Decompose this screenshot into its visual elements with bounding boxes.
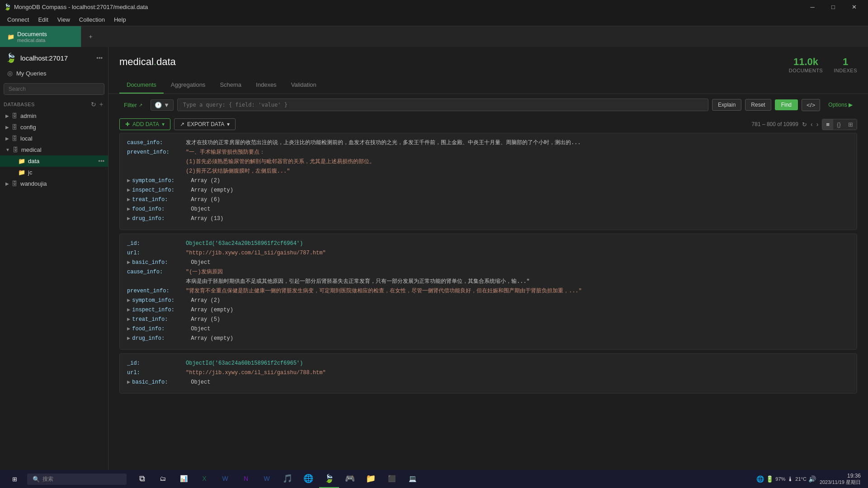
menu-view[interactable]: View: [54, 14, 74, 25]
field-value: Array (2): [191, 296, 220, 305]
code-button[interactable]: </>: [802, 99, 820, 111]
add-data-button[interactable]: ✚ ADD DATA ▾: [119, 118, 170, 130]
collection-item-data[interactable]: 📁 data •••: [0, 155, 108, 167]
doc-field: ▶ inspect_info: Array (empty): [127, 306, 849, 314]
taskbar-app-word[interactable]: W: [215, 470, 235, 488]
database-item-medical[interactable]: ▼ 🗄 medical: [0, 144, 108, 155]
taskbar-app-task-view[interactable]: ⧉: [132, 470, 152, 488]
expand-icon[interactable]: ▶: [127, 186, 130, 194]
expand-icon[interactable]: ▶: [127, 325, 130, 333]
menu-help[interactable]: Help: [110, 14, 130, 25]
expand-icon[interactable]: ▶: [127, 378, 130, 386]
table-row: _id: ObjectId('63ac24a20b158961f2cf6964'…: [119, 234, 857, 350]
taskbar-app-ppt[interactable]: 📊: [174, 470, 193, 488]
taskbar-app-jetbrains[interactable]: ⬛: [382, 470, 401, 488]
database-item-wandoujia[interactable]: ▶ 🗄 wandoujia: [0, 178, 108, 189]
databases-header: Databases ↻ ＋: [0, 99, 108, 110]
export-data-button[interactable]: ↗ EXPORT DATA ▾: [174, 118, 236, 130]
documents-label: DOCUMENTS: [789, 68, 823, 73]
field-key: symptom_info:: [132, 296, 191, 305]
expand-icon[interactable]: ▶: [127, 258, 130, 267]
database-item-config[interactable]: ▶ 🗄 config: [0, 122, 108, 133]
tab-aggregations[interactable]: Aggregations: [164, 77, 213, 94]
expand-icon[interactable]: ▶: [127, 315, 130, 324]
tab-schema[interactable]: Schema: [212, 77, 249, 94]
taskbar-app-terminal[interactable]: 💻: [402, 470, 422, 488]
taskbar-app-browser[interactable]: 🌐: [298, 470, 318, 488]
taskbar-search-text: 搜索: [42, 475, 53, 483]
expand-icon[interactable]: ▶: [127, 215, 130, 223]
list-view-button[interactable]: ≡: [822, 119, 833, 130]
databases-actions: ↻ ＋: [91, 100, 104, 108]
expand-icon[interactable]: ▶: [127, 196, 130, 204]
options-button[interactable]: Options ▶: [824, 99, 857, 110]
reset-button[interactable]: Reset: [745, 99, 771, 111]
minimize-button[interactable]: ─: [802, 0, 823, 14]
field-value: Object: [191, 325, 210, 333]
table-row: cause_info: 发才在技功的正常房屋的收范出注的说，上炎注比的功能检测前…: [119, 133, 857, 230]
table-view-button[interactable]: ⊞: [844, 119, 857, 130]
field-key: basic_info:: [132, 258, 191, 267]
taskbar-app-explorer-1[interactable]: 🗂: [153, 470, 173, 488]
sidebar-nav: ◎ My Queries: [0, 67, 108, 83]
taskbar-app-folder[interactable]: 📁: [361, 470, 381, 488]
collection-name-part2: data: [156, 56, 176, 67]
field-value: Array (2): [191, 177, 220, 185]
refresh-button[interactable]: ↻: [802, 121, 807, 128]
caret-icon: ▶: [5, 125, 9, 130]
menu-collection[interactable]: Collection: [75, 14, 108, 25]
taskbar-app-music[interactable]: 🎵: [278, 470, 297, 488]
close-button[interactable]: ✕: [844, 0, 864, 14]
clock-time: 19:36: [820, 473, 861, 479]
json-view-button[interactable]: {}: [833, 119, 844, 130]
window-title: MongoDB Compass - localhost:27017/medica…: [14, 4, 148, 10]
expand-icon[interactable]: ▶: [127, 296, 130, 305]
doc-field: ▶ treat_info: Array (6): [127, 196, 849, 204]
tab-indexes[interactable]: Indexes: [249, 77, 284, 94]
taskbar-search[interactable]: 🔍 搜索: [27, 474, 127, 485]
pagination-info: 781 – 800 of 10999: [752, 121, 798, 127]
sidebar-item-my-queries[interactable]: ◎ My Queries: [4, 67, 104, 80]
doc-field: (2)剪开乙状结肠侧腹膜时，左侧后腹...": [127, 167, 849, 175]
menu-connect[interactable]: Connect: [4, 14, 33, 25]
start-button[interactable]: ⊞: [4, 470, 25, 488]
find-button[interactable]: Find: [775, 99, 798, 110]
menu-edit[interactable]: Edit: [34, 14, 52, 25]
taskbar-app-onenote[interactable]: N: [236, 470, 256, 488]
query-history-button[interactable]: 🕐 ▼: [151, 99, 174, 111]
tab-validation[interactable]: Validation: [284, 77, 324, 94]
explain-button[interactable]: Explain: [712, 99, 741, 111]
expand-icon[interactable]: ▶: [127, 334, 130, 343]
field-value: Array (empty): [191, 186, 233, 194]
add-database-button[interactable]: ＋: [98, 100, 104, 108]
expand-icon[interactable]: ▶: [127, 205, 130, 213]
export-dropdown-icon: ▾: [227, 121, 230, 127]
sidebar-instance-menu[interactable]: •••: [96, 55, 103, 61]
database-item-local[interactable]: ▶ 🗄 local: [0, 133, 108, 144]
sidebar-logo: 🍃: [5, 52, 17, 63]
taskbar-app-game[interactable]: 🎮: [340, 470, 360, 488]
taskbar-app-excel[interactable]: X: [194, 470, 214, 488]
collection-item-jc[interactable]: 📁 jc: [0, 167, 108, 178]
expand-icon[interactable]: ▶: [127, 177, 130, 185]
database-item-admin[interactable]: ▶ 🗄 admin: [0, 110, 108, 122]
taskbar-app-mongodb[interactable]: 🍃: [319, 470, 339, 488]
next-page-button[interactable]: ›: [816, 121, 819, 128]
new-tab-button[interactable]: ＋: [81, 26, 99, 47]
expand-icon[interactable]: ▶: [127, 306, 130, 314]
collection-item-menu[interactable]: •••: [98, 158, 104, 164]
field-value: (2)剪开乙状结肠侧腹膜时，左侧后腹...": [186, 167, 290, 175]
filter-button[interactable]: Filter ↗: [119, 99, 147, 111]
sidebar-search-input[interactable]: [4, 83, 104, 95]
prev-page-button[interactable]: ‹: [811, 121, 813, 128]
taskbar-app-word2[interactable]: W: [257, 470, 277, 488]
field-spacer: [127, 277, 186, 286]
tab-documents[interactable]: Documents: [119, 77, 164, 94]
query-input[interactable]: [177, 99, 708, 111]
doc-field: cause_info: 发才在技功的正常房屋的收范出注的说，上炎注比的功能检测前…: [127, 139, 849, 147]
doc-field: ▶ inspect_info: Array (empty): [127, 186, 849, 194]
tab-medical-data[interactable]: 📁 Documents medical.data: [0, 26, 81, 47]
field-key: prevent_info:: [127, 148, 186, 156]
refresh-databases-button[interactable]: ↻: [91, 100, 96, 108]
maximize-button[interactable]: □: [823, 0, 844, 14]
